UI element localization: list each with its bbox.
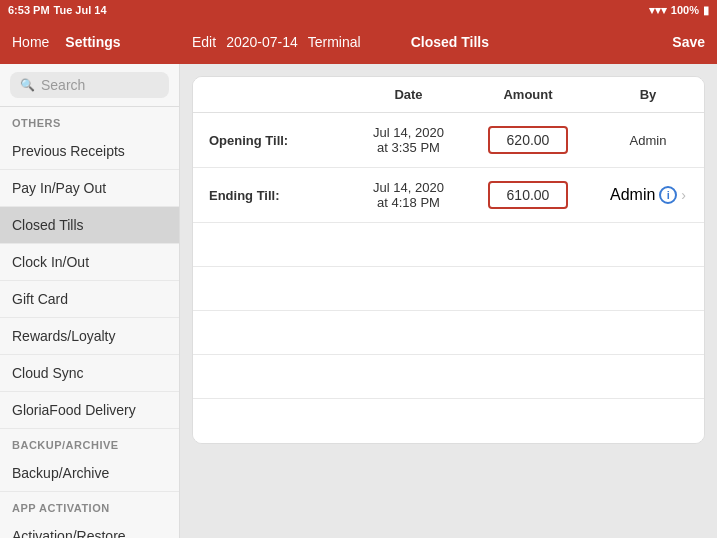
content-card: Date Amount By Opening Till: Jul 14, 202…	[192, 76, 705, 444]
sidebar-item-activation-restore[interactable]: Activation/Restore	[0, 518, 179, 538]
opening-till-date: Jul 14, 2020 at 3:35 PM	[369, 125, 448, 155]
search-container: 🔍 Search	[0, 64, 179, 107]
terminal-label: Terminal	[308, 34, 361, 50]
others-section-label: OTHERS	[0, 107, 179, 133]
table-row: Ending Till: Jul 14, 2020 at 4:18 PM 610…	[193, 168, 704, 223]
edit-button[interactable]: Edit	[192, 34, 216, 50]
battery-icon: 100%	[671, 4, 699, 16]
battery-block: ▮	[703, 4, 709, 17]
table-row: Opening Till: Jul 14, 2020 at 3:35 PM 62…	[193, 113, 704, 168]
sidebar-item-closed-tills[interactable]: Closed Tills	[0, 207, 179, 244]
col-amount-header: Amount	[448, 87, 608, 102]
sidebar-item-cloud-sync[interactable]: Cloud Sync	[0, 355, 179, 392]
sidebar-item-gloriafood-delivery[interactable]: GloriaFood Delivery	[0, 392, 179, 429]
sidebar: 🔍 Search OTHERS Previous Receipts Pay In…	[0, 64, 180, 538]
col-date-header: Date	[369, 87, 448, 102]
opening-till-amount[interactable]: 620.00	[488, 126, 568, 154]
top-nav-right: Save	[625, 34, 705, 50]
save-button[interactable]: Save	[672, 34, 705, 50]
ending-till-by: Admin	[610, 186, 655, 204]
empty-row	[193, 311, 704, 355]
wifi-icon: ▾▾▾	[649, 4, 667, 17]
sidebar-item-previous-receipts[interactable]: Previous Receipts	[0, 133, 179, 170]
top-nav-left: Home Settings	[12, 34, 192, 50]
ending-till-label: Ending Till:	[209, 188, 369, 203]
top-nav-center: Edit 2020-07-14 Terminal Closed Tills	[192, 34, 625, 50]
status-bar: 6:53 PM Tue Jul 14 ▾▾▾ 100% ▮	[0, 0, 717, 20]
opening-till-label: Opening Till:	[209, 133, 369, 148]
col-label-empty	[209, 87, 369, 102]
ending-till-by-cell: Admin i ›	[608, 186, 688, 204]
status-day: Tue Jul 14	[54, 4, 107, 16]
chevron-right-icon: ›	[681, 187, 686, 203]
status-bar-right: ▾▾▾ 100% ▮	[649, 4, 709, 17]
opening-till-amount-cell: 620.00	[448, 126, 608, 154]
empty-row	[193, 355, 704, 399]
home-nav-item[interactable]: Home	[12, 34, 49, 50]
opening-till-by: Admin	[608, 133, 688, 148]
search-icon: 🔍	[20, 78, 35, 92]
activation-section-label: APP ACTIVATION	[0, 492, 179, 518]
top-nav-bar: Home Settings Edit 2020-07-14 Terminal C…	[0, 20, 717, 64]
ending-till-amount[interactable]: 610.00	[488, 181, 568, 209]
backup-section-label: BACKUP/ARCHIVE	[0, 429, 179, 455]
date-label: 2020-07-14	[226, 34, 298, 50]
status-time: 6:53 PM	[8, 4, 50, 16]
empty-row	[193, 267, 704, 311]
empty-rows	[193, 223, 704, 443]
page-title: Closed Tills	[411, 34, 489, 50]
ending-till-amount-cell: 610.00	[448, 181, 608, 209]
sidebar-item-gift-card[interactable]: Gift Card	[0, 281, 179, 318]
empty-row	[193, 399, 704, 443]
sidebar-item-pay-in-pay-out[interactable]: Pay In/Pay Out	[0, 170, 179, 207]
main-layout: 🔍 Search OTHERS Previous Receipts Pay In…	[0, 64, 717, 538]
status-bar-left: 6:53 PM Tue Jul 14	[8, 4, 107, 16]
sidebar-item-rewards-loyalty[interactable]: Rewards/Loyalty	[0, 318, 179, 355]
col-by-header: By	[608, 87, 688, 102]
sidebar-item-backup-archive[interactable]: Backup/Archive	[0, 455, 179, 492]
table-header: Date Amount By	[193, 77, 704, 113]
ending-till-date: Jul 14, 2020 at 4:18 PM	[369, 180, 448, 210]
settings-nav-item[interactable]: Settings	[65, 34, 120, 50]
content-area: Date Amount By Opening Till: Jul 14, 202…	[180, 64, 717, 538]
info-icon[interactable]: i	[659, 186, 677, 204]
sidebar-item-clock-in-out[interactable]: Clock In/Out	[0, 244, 179, 281]
empty-row	[193, 223, 704, 267]
search-box[interactable]: 🔍 Search	[10, 72, 169, 98]
search-placeholder: Search	[41, 77, 85, 93]
